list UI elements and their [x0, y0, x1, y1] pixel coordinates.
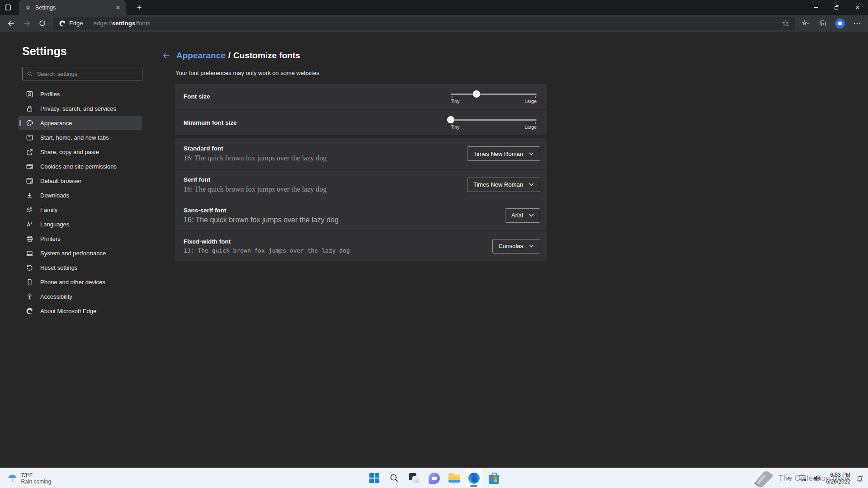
- minimum-font-size-label: Minimum font size: [184, 119, 237, 126]
- chevron-up-icon: [786, 477, 792, 480]
- search-input[interactable]: [37, 70, 138, 77]
- dropdown-value: Times New Roman: [473, 150, 523, 157]
- back-arrow-icon: [162, 51, 171, 60]
- sidebar-item-downloads[interactable]: Downloads: [18, 188, 142, 202]
- minimize-icon: [814, 7, 818, 8]
- fixed-width-font-dropdown[interactable]: Consolas: [492, 239, 540, 253]
- sidebar-item-start-home-tabs[interactable]: Start, home, and new tabs: [18, 131, 142, 144]
- palette-icon: [26, 119, 33, 127]
- sidebar-item-share-copy-paste[interactable]: Share, copy and paste: [18, 145, 142, 159]
- edge-logo-icon: [26, 307, 33, 315]
- file-explorer-button[interactable]: [445, 469, 463, 487]
- sidebar-item-label: Privacy, search, and services: [40, 105, 116, 112]
- sidebar-item-label: Downloads: [40, 192, 69, 199]
- system-tray: 6:53 PM 6/26/2022 zz: [785, 468, 865, 488]
- sidebar-nav: Profiles Privacy, search, and services A…: [18, 87, 142, 318]
- restore-button[interactable]: [826, 0, 847, 15]
- volume-tray-button[interactable]: [812, 474, 822, 483]
- printer-icon: [26, 235, 33, 243]
- sidebar-item-reset-settings[interactable]: Reset settings: [18, 261, 142, 274]
- start-button[interactable]: [365, 469, 383, 487]
- edge-browser-button[interactable]: [465, 469, 483, 487]
- breadcrumb-back-button[interactable]: [162, 51, 171, 60]
- breadcrumb: Appearance/Customize fonts: [162, 51, 868, 61]
- sidebar-item-family[interactable]: Family: [18, 203, 142, 216]
- breadcrumb-parent-link[interactable]: Appearance: [176, 51, 226, 60]
- edge-logo-icon: [59, 20, 66, 27]
- chevron-down-icon: [529, 244, 534, 248]
- browser-tab-settings[interactable]: Settings ✕: [19, 0, 126, 15]
- store-icon: [489, 475, 499, 484]
- minimize-button[interactable]: [806, 0, 826, 15]
- sidebar-item-phone-devices[interactable]: Phone and other devices: [18, 275, 142, 289]
- forward-arrow-icon: [23, 19, 31, 28]
- new-tab-button[interactable]: +: [133, 1, 146, 14]
- collection-book-extension-button[interactable]: [833, 17, 847, 30]
- family-icon: [26, 206, 33, 214]
- sidebar-item-label: Appearance: [40, 120, 72, 127]
- microsoft-store-button[interactable]: [485, 469, 503, 487]
- sidebar-item-default-browser[interactable]: Default browser: [18, 174, 142, 188]
- minimum-font-size-slider[interactable]: Tiny Large: [451, 114, 537, 131]
- lock-icon: [26, 105, 33, 113]
- slider-track[interactable]: [451, 119, 537, 121]
- close-tab-button[interactable]: ✕: [114, 4, 122, 12]
- sidebar-item-cookies-permissions[interactable]: Cookies and site permissions: [18, 160, 142, 173]
- site-info-label: Edge: [69, 20, 83, 27]
- chevron-down-icon: [529, 183, 534, 186]
- speaker-icon: [813, 475, 821, 482]
- url-text: edge://settings/fonts: [93, 20, 150, 27]
- settings-sidebar: Settings Profiles Privacy, search, and s…: [0, 32, 153, 468]
- forward-button[interactable]: [19, 17, 34, 30]
- site-info-chip[interactable]: Edge: [59, 20, 83, 27]
- dropdown-value: Times New Roman: [473, 181, 523, 188]
- dropdown-value: Consolas: [499, 243, 523, 249]
- taskbar-clock[interactable]: 6:53 PM 6/26/2022: [826, 472, 850, 485]
- close-window-button[interactable]: ✕: [847, 0, 868, 15]
- slider-track[interactable]: [451, 94, 537, 95]
- add-favorite-icon[interactable]: [782, 19, 789, 27]
- settings-more-button[interactable]: ⋯: [850, 17, 864, 30]
- font-size-slider[interactable]: Tiny Large: [451, 88, 537, 105]
- sidebar-item-appearance[interactable]: Appearance: [18, 116, 142, 130]
- back-button[interactable]: [4, 17, 19, 30]
- task-view-button[interactable]: [405, 469, 423, 487]
- sans-serif-font-row: Sans-serif font 16: The quick brown fox …: [175, 200, 547, 230]
- slider-thumb[interactable]: [473, 90, 480, 98]
- notifications-button[interactable]: zz: [854, 473, 865, 484]
- slider-max-label: Large: [524, 124, 537, 130]
- taskbar-weather-widget[interactable]: ☂ 73°F Rain coming: [5, 468, 54, 488]
- window-controls: ✕: [806, 0, 868, 15]
- collections-button[interactable]: [816, 17, 830, 30]
- tab-actions-menu-button[interactable]: [0, 0, 15, 15]
- slider-thumb[interactable]: [447, 116, 454, 123]
- serif-font-row: Serif font 16: The quick brown fox jumps…: [175, 169, 547, 200]
- sidebar-item-profiles[interactable]: Profiles: [18, 87, 142, 101]
- sidebar-item-about-edge[interactable]: About Microsoft Edge: [18, 304, 142, 318]
- sans-serif-font-preview: 16: The quick brown fox jumps over the l…: [184, 216, 339, 224]
- edge-logo-icon: [468, 473, 480, 484]
- sidebar-item-accessibility[interactable]: Accessibility: [18, 290, 142, 303]
- vertical-tabs-icon: [4, 4, 12, 11]
- network-tray-button[interactable]: [797, 474, 808, 483]
- settings-main-panel: Appearance/Customize fonts Your font pre…: [153, 32, 868, 468]
- sidebar-item-privacy[interactable]: Privacy, search, and services: [18, 102, 142, 115]
- sans-serif-font-dropdown[interactable]: Arial: [505, 208, 540, 223]
- serif-font-dropdown[interactable]: Times New Roman: [467, 178, 540, 192]
- favorites-button[interactable]: [798, 17, 813, 30]
- toolbar-icons: ⋯: [798, 17, 864, 30]
- taskbar-search-button[interactable]: [385, 469, 403, 487]
- standard-font-dropdown[interactable]: Times New Roman: [467, 146, 540, 161]
- tray-chevron-up-button[interactable]: [785, 475, 793, 482]
- search-icon: [389, 473, 399, 483]
- refresh-button[interactable]: [34, 17, 50, 30]
- sidebar-item-label: System and performance: [40, 250, 106, 257]
- sidebar-item-printers[interactable]: Printers: [18, 232, 142, 245]
- sidebar-item-languages[interactable]: Languages: [18, 217, 142, 231]
- address-bar[interactable]: Edge edge://settings/fonts: [53, 17, 795, 30]
- sidebar-item-system-performance[interactable]: System and performance: [18, 246, 142, 260]
- settings-search-box[interactable]: [22, 67, 142, 80]
- weather-condition: Rain coming: [21, 479, 52, 485]
- chat-button[interactable]: [425, 469, 443, 487]
- laptop-icon: [26, 249, 33, 257]
